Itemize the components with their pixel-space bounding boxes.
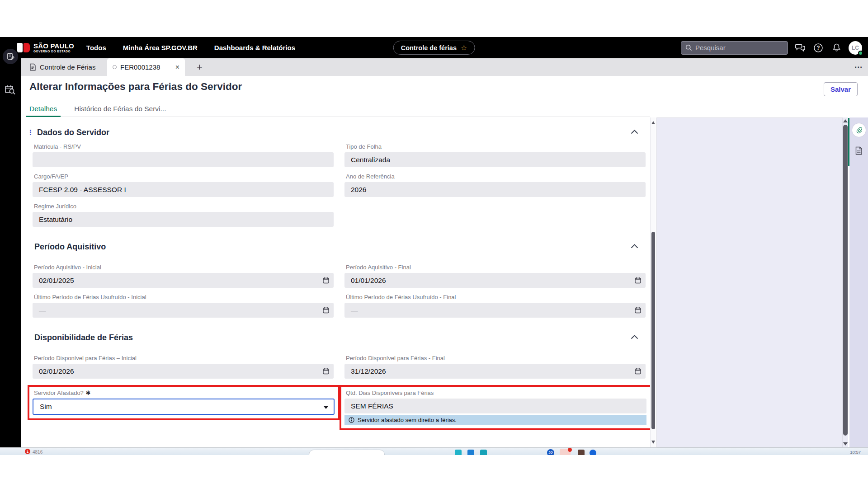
scroll-up-arrow-icon[interactable] xyxy=(651,121,655,124)
collapse-chevron-icon[interactable] xyxy=(631,244,638,249)
section-title: Disponibilidade de Férias xyxy=(34,333,133,343)
taskbar-app-icon[interactable] xyxy=(467,450,474,455)
search-icon xyxy=(685,44,692,51)
section-disponibilidade-de-ferias: Disponibilidade de Férias Período Dispon… xyxy=(21,333,650,425)
calendar-icon[interactable] xyxy=(635,307,641,314)
field-matricula-rspv[interactable] xyxy=(33,152,334,167)
nav-item-minha-area[interactable]: Minha Área SP.GOV.BR xyxy=(123,44,198,52)
attachments-button[interactable] xyxy=(852,123,866,137)
field-label: Período Aquisitivo - Inicial xyxy=(34,264,334,271)
field-ultimo-periodo-final[interactable]: — xyxy=(344,303,646,318)
left-rail xyxy=(0,58,21,447)
taskbar-app-icon[interactable] xyxy=(578,450,585,455)
field-label: Servidor Afastado? ✱ xyxy=(34,389,335,396)
calendar-search-button[interactable] xyxy=(5,84,16,95)
new-tab-button[interactable]: + xyxy=(197,61,203,73)
close-tab-icon[interactable]: × xyxy=(175,64,179,71)
logo-title: SÃO PAULO xyxy=(33,42,74,49)
field-periodo-disponivel-inicial[interactable]: 02/01/2026 xyxy=(33,364,334,379)
notifications-bell-icon[interactable] xyxy=(830,42,842,54)
chat-icon[interactable] xyxy=(794,42,806,54)
document-edit-icon xyxy=(6,52,15,61)
taskbar-app-icon[interactable] xyxy=(455,450,462,455)
logo-subtitle: GOVERNO DO ESTADO xyxy=(33,50,74,53)
section-drag-handle[interactable]: ⋮ xyxy=(27,129,34,136)
field-ano-de-referencia[interactable]: 2026 xyxy=(344,182,646,197)
field-label: Ano de Referência xyxy=(346,173,646,180)
calendar-icon[interactable] xyxy=(635,277,641,284)
calendar-icon[interactable] xyxy=(323,277,329,284)
side-panel-scrollbar[interactable] xyxy=(843,117,848,447)
field-ultimo-periodo-inicial[interactable]: — xyxy=(33,303,334,318)
right-icon-rail xyxy=(849,117,868,447)
scrollbar-thumb[interactable] xyxy=(843,125,848,436)
alert-badge xyxy=(568,448,572,452)
app-header: SÃO PAULO GOVERNO DO ESTADO Todos Minha … xyxy=(0,37,868,58)
global-search[interactable] xyxy=(681,41,788,55)
field-servidor-afastado-select[interactable]: Sim xyxy=(33,399,335,415)
field-qtd-dias-disponiveis[interactable]: SEM FÉRIAS xyxy=(344,399,646,413)
form-scrollbar[interactable] xyxy=(650,117,656,447)
tab-label: Controle de Férias xyxy=(40,63,95,71)
record-tab-label: FER0001238 xyxy=(120,63,160,71)
tab-strip-more-icon[interactable]: ⋯ xyxy=(854,62,863,72)
collapse-chevron-icon[interactable] xyxy=(631,130,638,134)
form-area: ⋮ Dados do Servidor Matrícula - RS/PV Ti… xyxy=(21,117,650,447)
field-label: Tipo de Folha xyxy=(346,143,646,150)
workspace-tab-strip: Controle de Férias FER0001238 × + ⋯ xyxy=(21,58,868,76)
taskbar-app-icon[interactable] xyxy=(590,450,596,455)
taskbar-badge-22[interactable]: 22 xyxy=(547,449,554,455)
avatar-initials: LC xyxy=(852,45,859,51)
star-icon[interactable]: ☆ xyxy=(461,44,467,52)
field-periodo-aquisitivo-inicial[interactable]: 02/01/2025 xyxy=(33,273,334,288)
field-cargo-fa-ep[interactable]: FCESP 2.09 - ASSESSOR I xyxy=(33,182,334,197)
field-label: Período Aquisitivo - Final xyxy=(346,264,646,271)
calendar-icon[interactable] xyxy=(323,307,329,314)
field-label: Período Disponível para Férias - Final xyxy=(346,355,646,361)
collapse-chevron-icon[interactable] xyxy=(631,335,638,339)
required-asterisk: ✱ xyxy=(86,389,91,396)
field-regime-juridico[interactable]: Estatutário xyxy=(33,212,334,227)
document-icon xyxy=(29,63,36,71)
field-label: Matrícula - RS/PV xyxy=(34,143,334,150)
svg-text:?: ? xyxy=(816,45,820,51)
taskbar-app-icon[interactable] xyxy=(480,450,487,455)
scrollbar-thumb[interactable] xyxy=(651,232,655,429)
tab-historico-ferias[interactable]: Histórico de Férias do Servi... xyxy=(74,102,166,117)
paperclip-icon xyxy=(855,127,863,134)
sao-paulo-logo[interactable]: SÃO PAULO GOVERNO DO ESTADO xyxy=(17,42,74,53)
field-periodo-aquisitivo-final[interactable]: 01/01/2026 xyxy=(344,273,646,288)
field-label: Último Período de Férias Usufruído - Fin… xyxy=(346,294,646,300)
taskbar-active-app-icon[interactable] xyxy=(560,449,571,455)
annotation-box-servidor-afastado: Servidor Afastado? ✱ Sim xyxy=(28,385,340,420)
record-subtabs: Detalhes Histórico de Férias do Servi... xyxy=(26,102,650,117)
field-periodo-disponivel-final[interactable]: 31/12/2026 xyxy=(344,364,646,379)
scroll-up-arrow-icon[interactable] xyxy=(843,119,848,122)
scroll-down-arrow-icon[interactable] xyxy=(843,442,848,446)
tab-detalhes[interactable]: Detalhes xyxy=(29,102,57,117)
field-label: Último Período de Férias Usufruído - Ini… xyxy=(34,294,334,300)
tab-controle-de-ferias[interactable]: Controle de Férias xyxy=(29,58,95,76)
header-right-cluster: ? LC xyxy=(681,37,862,58)
tab-record-fer0001238[interactable]: FER0001238 × xyxy=(107,58,185,76)
scroll-down-arrow-icon[interactable] xyxy=(651,441,655,444)
save-button[interactable]: Salvar xyxy=(824,82,858,96)
user-avatar[interactable]: LC xyxy=(849,41,862,55)
nav-item-todos[interactable]: Todos xyxy=(86,44,106,52)
favorite-pill-label: Controle de férias xyxy=(401,44,457,52)
taskbar-search-box[interactable] xyxy=(309,450,385,455)
sp-logo-icon xyxy=(17,42,30,53)
help-icon[interactable]: ? xyxy=(812,42,824,54)
section-title: Dados do Servidor xyxy=(37,128,109,137)
form-details-button[interactable] xyxy=(855,146,863,155)
record-edit-button[interactable] xyxy=(2,48,19,65)
search-input[interactable] xyxy=(695,44,777,52)
calendar-icon[interactable] xyxy=(323,368,329,375)
nav-item-dashboards[interactable]: Dashboards & Relatórios xyxy=(214,44,295,52)
section-dados-do-servidor: ⋮ Dados do Servidor Matrícula - RS/PV Ti… xyxy=(21,128,650,227)
favorite-pill[interactable]: Controle de férias ☆ xyxy=(393,41,475,55)
field-label: Qtd. Dias Disponíveis para Férias xyxy=(346,389,646,396)
field-tipo-de-folha[interactable]: Centralizada xyxy=(344,152,646,167)
calendar-icon[interactable] xyxy=(635,368,641,375)
dropdown-caret-icon xyxy=(324,406,328,409)
